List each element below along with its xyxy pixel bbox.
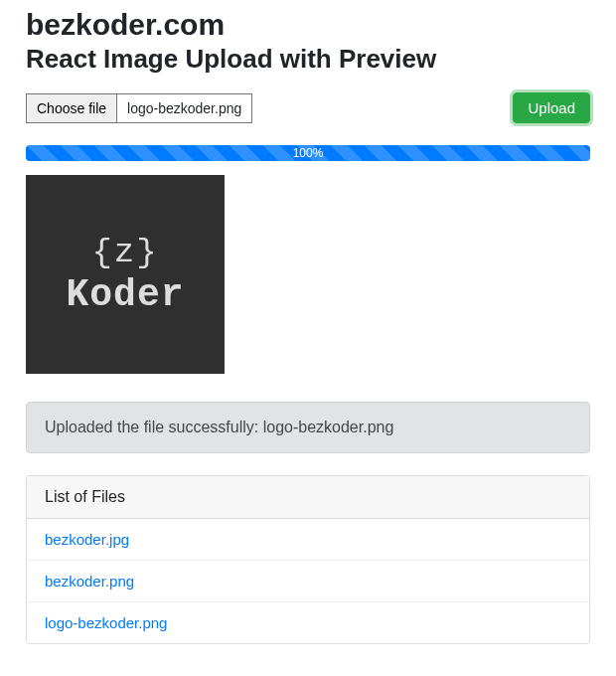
files-card: List of Files bezkoder.jpgbezkoder.pnglo…: [26, 475, 590, 644]
list-item: logo-bezkoder.png: [27, 602, 589, 643]
files-list: bezkoder.jpgbezkoder.pnglogo-bezkoder.pn…: [27, 519, 589, 643]
preview-logo-line2: Koder: [66, 273, 184, 316]
site-name: bezkoder.com: [26, 8, 590, 42]
upload-status-alert: Uploaded the file successfully: logo-bez…: [26, 402, 590, 453]
progress-bar: 100%: [26, 145, 590, 161]
preview-logo-line1: {z}: [91, 234, 158, 271]
list-item: bezkoder.jpg: [27, 519, 589, 561]
file-link[interactable]: bezkoder.jpg: [45, 531, 129, 548]
image-preview: {z} Koder: [26, 175, 225, 374]
file-input[interactable]: Choose file logo-bezkoder.png: [26, 93, 252, 123]
upload-button[interactable]: Upload: [513, 92, 590, 123]
file-link[interactable]: logo-bezkoder.png: [45, 614, 167, 631]
files-header: List of Files: [27, 476, 589, 519]
progress-percent: 100%: [26, 145, 590, 161]
file-link[interactable]: bezkoder.png: [45, 573, 134, 590]
selected-file-name: logo-bezkoder.png: [117, 100, 251, 116]
upload-row: Choose file logo-bezkoder.png Upload: [26, 92, 590, 123]
list-item: bezkoder.png: [27, 561, 589, 602]
page-title: React Image Upload with Preview: [26, 44, 590, 75]
choose-file-button[interactable]: Choose file: [27, 94, 117, 122]
